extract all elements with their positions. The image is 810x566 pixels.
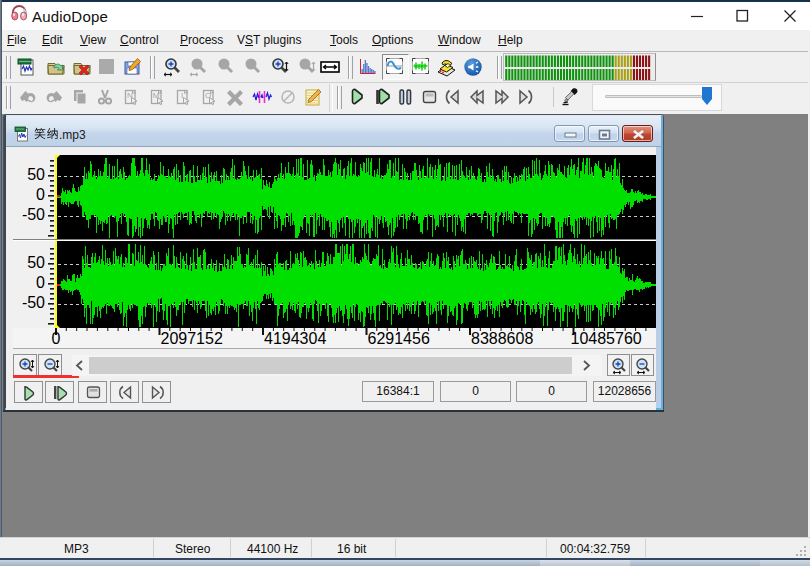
svg-text:I: I bbox=[181, 91, 183, 100]
svg-text:0: 0 bbox=[36, 274, 45, 291]
svg-text:0: 0 bbox=[52, 330, 61, 347]
svg-text:4194304: 4194304 bbox=[264, 330, 326, 347]
svg-text:10485760: 10485760 bbox=[571, 330, 642, 347]
svg-text:50: 50 bbox=[27, 254, 45, 271]
svg-text:-50: -50 bbox=[22, 206, 45, 223]
svg-text:8388608: 8388608 bbox=[471, 330, 533, 347]
svg-text:6291456: 6291456 bbox=[368, 330, 430, 347]
svg-text:50: 50 bbox=[27, 166, 45, 183]
svg-text:-50: -50 bbox=[22, 294, 45, 311]
svg-text:2097152: 2097152 bbox=[161, 330, 223, 347]
svg-text:0: 0 bbox=[36, 186, 45, 203]
